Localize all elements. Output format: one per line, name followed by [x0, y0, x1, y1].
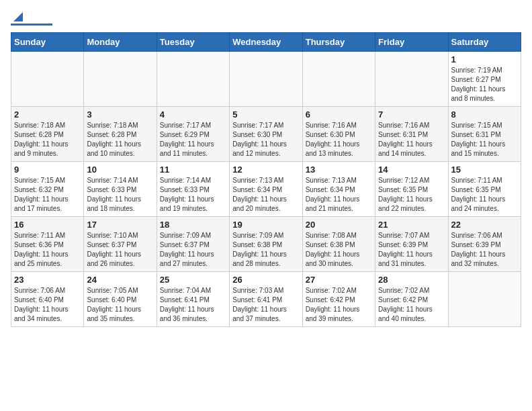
day-info: Sunrise: 7:13 AM Sunset: 6:34 PM Dayligh… [306, 176, 372, 214]
calendar-week-row: 1Sunrise: 7:19 AM Sunset: 6:27 PM Daylig… [11, 52, 521, 107]
calendar-day-cell: 25Sunrise: 7:04 AM Sunset: 6:41 PM Dayli… [157, 272, 229, 327]
weekday-header-tuesday: Tuesday [157, 33, 229, 52]
day-info: Sunrise: 7:15 AM Sunset: 6:32 PM Dayligh… [14, 176, 81, 214]
calendar-day-cell: 12Sunrise: 7:13 AM Sunset: 6:34 PM Dayli… [230, 162, 302, 217]
day-info: Sunrise: 7:09 AM Sunset: 6:37 PM Dayligh… [160, 231, 226, 269]
day-info: Sunrise: 7:06 AM Sunset: 6:39 PM Dayligh… [451, 231, 518, 269]
day-number: 10 [87, 165, 153, 175]
calendar-header-row: SundayMondayTuesdayWednesdayThursdayFrid… [11, 33, 521, 52]
day-number: 26 [232, 275, 299, 285]
weekday-header-wednesday: Wednesday [230, 33, 302, 52]
day-number: 24 [87, 275, 153, 285]
day-number: 17 [87, 220, 153, 230]
day-info: Sunrise: 7:11 AM Sunset: 6:35 PM Dayligh… [451, 176, 518, 214]
day-info: Sunrise: 7:14 AM Sunset: 6:33 PM Dayligh… [87, 176, 153, 214]
calendar-table: SundayMondayTuesdayWednesdayThursdayFrid… [11, 32, 521, 327]
calendar-day-cell: 26Sunrise: 7:03 AM Sunset: 6:41 PM Dayli… [230, 272, 302, 327]
day-number: 1 [451, 54, 518, 64]
day-number: 23 [14, 275, 81, 285]
day-info: Sunrise: 7:18 AM Sunset: 6:28 PM Dayligh… [87, 121, 153, 158]
calendar-day-cell: 8Sunrise: 7:15 AM Sunset: 6:31 PM Daylig… [448, 107, 521, 162]
calendar-day-cell [157, 52, 229, 107]
calendar-day-cell: 17Sunrise: 7:10 AM Sunset: 6:37 PM Dayli… [84, 217, 157, 272]
day-number: 25 [160, 275, 226, 285]
calendar-day-cell: 7Sunrise: 7:16 AM Sunset: 6:31 PM Daylig… [375, 107, 448, 162]
calendar-day-cell: 1Sunrise: 7:19 AM Sunset: 6:27 PM Daylig… [448, 52, 521, 107]
weekday-header-friday: Friday [375, 33, 448, 52]
calendar-day-cell: 24Sunrise: 7:05 AM Sunset: 6:40 PM Dayli… [84, 272, 157, 327]
calendar-day-cell: 15Sunrise: 7:11 AM Sunset: 6:35 PM Dayli… [448, 162, 521, 217]
day-info: Sunrise: 7:07 AM Sunset: 6:39 PM Dayligh… [378, 231, 445, 269]
day-info: Sunrise: 7:17 AM Sunset: 6:30 PM Dayligh… [232, 121, 299, 158]
calendar-day-cell [230, 52, 302, 107]
day-number: 28 [378, 275, 445, 285]
calendar-day-cell: 28Sunrise: 7:02 AM Sunset: 6:42 PM Dayli… [375, 272, 448, 327]
calendar-day-cell: 2Sunrise: 7:18 AM Sunset: 6:28 PM Daylig… [11, 107, 84, 162]
day-info: Sunrise: 7:12 AM Sunset: 6:35 PM Dayligh… [378, 176, 445, 214]
day-number: 8 [451, 109, 518, 120]
day-number: 5 [232, 109, 299, 120]
day-info: Sunrise: 7:08 AM Sunset: 6:38 PM Dayligh… [306, 231, 372, 269]
day-number: 18 [160, 220, 226, 230]
calendar-day-cell: 14Sunrise: 7:12 AM Sunset: 6:35 PM Dayli… [375, 162, 448, 217]
weekday-header-monday: Monday [84, 33, 157, 52]
day-number: 2 [14, 109, 81, 120]
weekday-header-saturday: Saturday [448, 33, 521, 52]
day-info: Sunrise: 7:16 AM Sunset: 6:30 PM Dayligh… [306, 121, 372, 158]
calendar-week-row: 23Sunrise: 7:06 AM Sunset: 6:40 PM Dayli… [11, 272, 521, 327]
day-number: 11 [160, 165, 226, 175]
day-number: 16 [14, 220, 81, 230]
weekday-header-thursday: Thursday [302, 33, 375, 52]
calendar-day-cell [11, 52, 84, 107]
day-info: Sunrise: 7:02 AM Sunset: 6:42 PM Dayligh… [378, 286, 445, 324]
day-info: Sunrise: 7:16 AM Sunset: 6:31 PM Dayligh… [378, 121, 445, 158]
day-info: Sunrise: 7:11 AM Sunset: 6:36 PM Dayligh… [14, 231, 81, 269]
calendar-day-cell: 11Sunrise: 7:14 AM Sunset: 6:33 PM Dayli… [157, 162, 229, 217]
day-info: Sunrise: 7:03 AM Sunset: 6:41 PM Dayligh… [232, 286, 299, 324]
day-number: 21 [378, 220, 445, 230]
calendar-day-cell [84, 52, 157, 107]
logo-triangle-icon [12, 11, 24, 23]
day-info: Sunrise: 7:04 AM Sunset: 6:41 PM Dayligh… [160, 286, 226, 324]
day-number: 14 [378, 165, 445, 175]
day-info: Sunrise: 7:09 AM Sunset: 6:38 PM Dayligh… [232, 231, 299, 269]
calendar-day-cell: 16Sunrise: 7:11 AM Sunset: 6:36 PM Dayli… [11, 217, 84, 272]
day-info: Sunrise: 7:14 AM Sunset: 6:33 PM Dayligh… [160, 176, 226, 214]
calendar-day-cell [302, 52, 375, 107]
logo-underline [11, 24, 52, 26]
day-info: Sunrise: 7:13 AM Sunset: 6:34 PM Dayligh… [232, 176, 299, 214]
day-info: Sunrise: 7:17 AM Sunset: 6:29 PM Dayligh… [160, 121, 226, 158]
day-number: 20 [306, 220, 372, 230]
calendar-day-cell: 4Sunrise: 7:17 AM Sunset: 6:29 PM Daylig… [157, 107, 229, 162]
day-number: 9 [14, 165, 81, 175]
day-number: 3 [87, 109, 153, 120]
day-number: 22 [451, 220, 518, 230]
day-info: Sunrise: 7:15 AM Sunset: 6:31 PM Dayligh… [451, 121, 518, 158]
calendar-day-cell: 19Sunrise: 7:09 AM Sunset: 6:38 PM Dayli… [230, 217, 302, 272]
calendar-day-cell: 3Sunrise: 7:18 AM Sunset: 6:28 PM Daylig… [84, 107, 157, 162]
day-number: 12 [232, 165, 299, 175]
page-header [11, 11, 521, 26]
calendar-day-cell: 23Sunrise: 7:06 AM Sunset: 6:40 PM Dayli… [11, 272, 84, 327]
calendar-day-cell: 13Sunrise: 7:13 AM Sunset: 6:34 PM Dayli… [302, 162, 375, 217]
calendar-day-cell: 9Sunrise: 7:15 AM Sunset: 6:32 PM Daylig… [11, 162, 84, 217]
day-number: 15 [451, 165, 518, 175]
calendar-day-cell: 21Sunrise: 7:07 AM Sunset: 6:39 PM Dayli… [375, 217, 448, 272]
day-number: 6 [306, 109, 372, 120]
calendar-day-cell: 10Sunrise: 7:14 AM Sunset: 6:33 PM Dayli… [84, 162, 157, 217]
calendar-week-row: 2Sunrise: 7:18 AM Sunset: 6:28 PM Daylig… [11, 107, 521, 162]
day-info: Sunrise: 7:02 AM Sunset: 6:42 PM Dayligh… [306, 286, 372, 324]
day-number: 7 [378, 109, 445, 120]
day-info: Sunrise: 7:19 AM Sunset: 6:27 PM Dayligh… [451, 66, 518, 103]
day-info: Sunrise: 7:18 AM Sunset: 6:28 PM Dayligh… [14, 121, 81, 158]
day-info: Sunrise: 7:10 AM Sunset: 6:37 PM Dayligh… [87, 231, 153, 269]
day-number: 13 [306, 165, 372, 175]
logo [11, 11, 52, 26]
day-info: Sunrise: 7:06 AM Sunset: 6:40 PM Dayligh… [14, 286, 81, 324]
day-number: 4 [160, 109, 226, 120]
calendar-day-cell: 22Sunrise: 7:06 AM Sunset: 6:39 PM Dayli… [448, 217, 521, 272]
calendar-week-row: 9Sunrise: 7:15 AM Sunset: 6:32 PM Daylig… [11, 162, 521, 217]
calendar-day-cell: 27Sunrise: 7:02 AM Sunset: 6:42 PM Dayli… [302, 272, 375, 327]
day-number: 27 [306, 275, 372, 285]
calendar-day-cell: 5Sunrise: 7:17 AM Sunset: 6:30 PM Daylig… [230, 107, 302, 162]
